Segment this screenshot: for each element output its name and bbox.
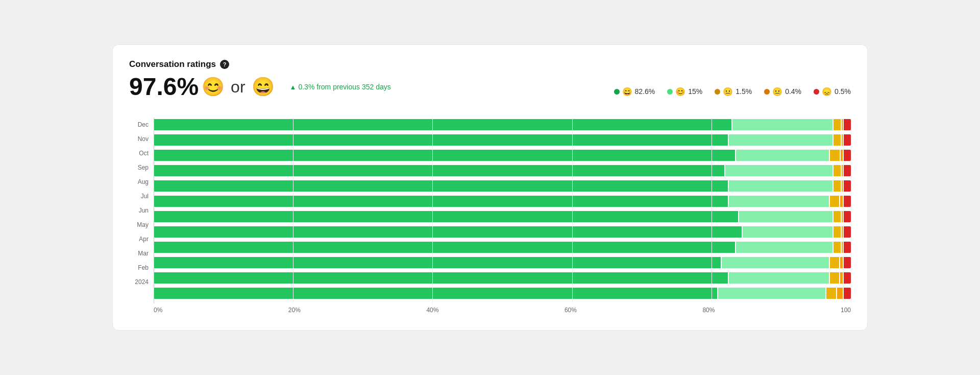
bar-row <box>154 240 851 254</box>
y-axis-label: Apr <box>129 232 154 246</box>
bar-segment <box>834 134 842 146</box>
emoji-great: 😄 <box>252 76 275 98</box>
legend-label: 0.4% <box>785 87 801 96</box>
legend-item: 😐 1.5% <box>715 87 752 97</box>
bar-segment <box>722 257 830 268</box>
x-axis-label: 20% <box>288 307 301 314</box>
y-axis-label: Jun <box>129 203 154 218</box>
bar-segment <box>729 272 830 284</box>
bar-segment <box>844 272 851 284</box>
big-stat-value: 97.6% <box>129 75 199 99</box>
bar-row <box>154 209 851 224</box>
y-axis-label: Mar <box>129 246 154 261</box>
bar-row <box>154 163 851 178</box>
y-axis-label: Feb <box>129 261 154 275</box>
bar-track <box>154 272 851 284</box>
bar-segment <box>834 165 842 176</box>
bar-segment <box>834 180 842 192</box>
bar-track <box>154 288 851 299</box>
x-axis-label: 100 <box>841 307 851 314</box>
bar-track <box>154 226 851 238</box>
legend-dot <box>614 89 620 95</box>
bar-segment <box>830 196 840 207</box>
legend-label: 82.6% <box>635 87 655 96</box>
y-axis-label: Oct <box>129 146 154 160</box>
bar-segment <box>844 150 851 161</box>
top-section: 97.6% 😊 or 😄 ▲ 0.3% from previous 352 da… <box>129 75 851 108</box>
card-title: Conversation ratings <box>129 59 216 69</box>
legend-item: 😊 15% <box>667 87 702 97</box>
bar-segment <box>154 211 739 222</box>
x-axis-label: 80% <box>702 307 715 314</box>
bar-segment <box>840 272 844 284</box>
bar-segment <box>736 150 830 161</box>
bar-row <box>154 179 851 193</box>
bar-segment <box>718 288 826 299</box>
legend-label: 1.5% <box>736 87 752 96</box>
bar-row <box>154 118 851 132</box>
bar-segment <box>844 226 851 238</box>
bar-row <box>154 194 851 208</box>
bar-segment <box>830 272 840 284</box>
y-axis: DecNovOctSepAugJulJunMayAprMarFeb2024 <box>129 118 154 318</box>
bar-segment <box>841 150 844 161</box>
bar-row <box>154 255 851 270</box>
bar-segment <box>840 257 844 268</box>
legend-emoji: 😐 <box>723 87 733 97</box>
y-axis-label: 2024 <box>129 275 154 289</box>
legend-emoji: 😄 <box>622 87 632 97</box>
stats-row: 97.6% 😊 or 😄 ▲ 0.3% from previous 352 da… <box>129 75 391 99</box>
bar-segment <box>834 119 842 130</box>
arrow-up-icon: ▲ <box>290 83 297 91</box>
bar-segment <box>844 119 851 130</box>
bar-track <box>154 196 851 207</box>
bar-track <box>154 180 851 192</box>
legend-emoji: 😞 <box>822 87 832 97</box>
header-row: Conversation ratings ? <box>129 59 851 69</box>
bar-row <box>154 148 851 162</box>
emoji-good: 😊 <box>202 76 225 98</box>
bar-track <box>154 165 851 176</box>
bar-row <box>154 133 851 147</box>
grid-and-bars: 0%20%40%60%80%100 <box>154 118 851 318</box>
bar-segment <box>154 180 729 192</box>
y-axis-label: Sep <box>129 160 154 175</box>
x-axis-label: 0% <box>154 307 162 314</box>
y-axis-label: Dec <box>129 118 154 132</box>
legend-emoji: 😐 <box>772 87 782 97</box>
bar-segment <box>844 134 851 146</box>
legend-label: 0.5% <box>835 87 851 96</box>
y-axis-label: Jul <box>129 189 154 203</box>
bar-segment <box>834 211 842 222</box>
legend-row: 😄 82.6% 😊 15% 😐 1.5% 😐 0.4% 😞 0.5% <box>614 87 851 97</box>
x-axis-label: 60% <box>565 307 577 314</box>
bar-segment <box>154 226 743 238</box>
y-axis-label: Nov <box>129 132 154 146</box>
bar-track <box>154 257 851 268</box>
legend-item: 😐 0.4% <box>764 87 801 97</box>
bar-track <box>154 211 851 222</box>
bar-segment <box>830 150 840 161</box>
x-axis: 0%20%40%60%80%100 <box>154 304 851 314</box>
bar-row <box>154 225 851 239</box>
bar-segment <box>154 119 732 130</box>
bar-track <box>154 150 851 161</box>
y-axis-label: May <box>129 218 154 232</box>
bar-segment <box>729 196 830 207</box>
legend-label: 15% <box>688 87 702 96</box>
legend-item: 😄 82.6% <box>614 87 655 97</box>
bar-track <box>154 134 851 146</box>
bar-segment <box>844 180 851 192</box>
conversation-ratings-card: Conversation ratings ? 97.6% 😊 or 😄 ▲ 0.… <box>112 44 868 331</box>
or-text: or <box>231 78 245 97</box>
bar-segment <box>834 242 842 253</box>
y-axis-label: Aug <box>129 175 154 189</box>
bar-segment <box>834 226 842 238</box>
help-icon[interactable]: ? <box>220 60 229 69</box>
bar-segment <box>729 134 834 146</box>
bar-segment <box>844 196 851 207</box>
bar-track <box>154 119 851 130</box>
bar-track <box>154 242 851 253</box>
bar-segment <box>844 165 851 176</box>
bar-segment <box>154 242 736 253</box>
